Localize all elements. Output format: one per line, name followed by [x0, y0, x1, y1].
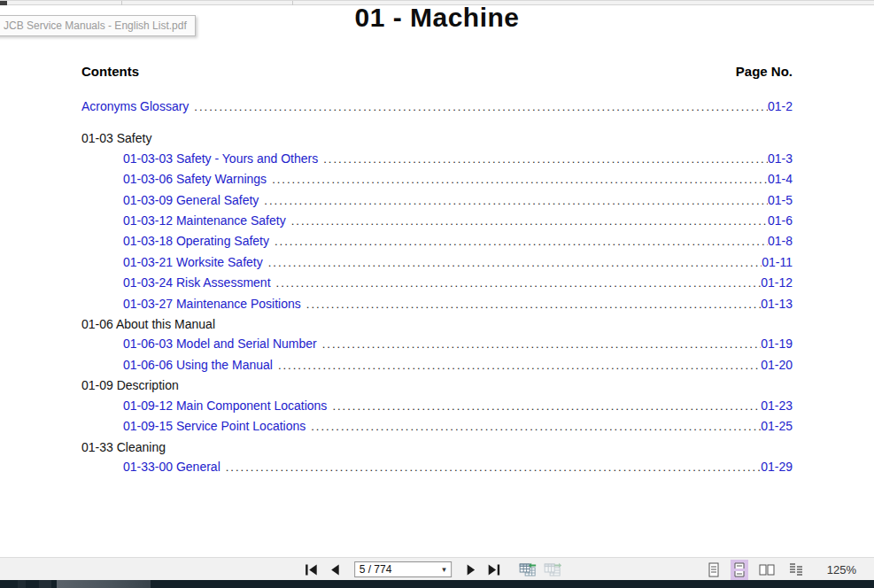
toc-page-number[interactable]: 01-19	[761, 334, 793, 353]
toc-page-number[interactable]: 01-20	[761, 355, 793, 375]
toc-page-number[interactable]: 01-4	[768, 169, 793, 189]
pdf-viewer-toolbar: 5 / 774 ▾	[0, 557, 874, 580]
zoom-level[interactable]: 125%	[827, 563, 856, 576]
next-view-icon[interactable]	[544, 561, 561, 578]
toc-section-heading: 01-33 Cleaning	[81, 437, 793, 457]
dot-leader: ........................................…	[317, 335, 762, 354]
page-no-heading: Page No.	[736, 64, 793, 80]
toc-section-heading: 01-09 Description	[81, 375, 793, 395]
dot-leader: ........................................…	[263, 253, 762, 273]
toc-entry-link[interactable]: 01-03-12 Maintenance Safety	[81, 211, 286, 230]
toc-entry-link[interactable]: 01-33-00 General	[81, 457, 220, 476]
taskbar-segment	[18, 580, 26, 588]
toc-entry-link[interactable]: 01-06-03 Model and Serial Number	[81, 334, 317, 353]
taskbar-segment	[39, 580, 51, 588]
toc-entry: Acronyms Glossary.......................…	[81, 97, 793, 117]
first-page-icon[interactable]	[303, 561, 321, 578]
toc-section-label: 01-06 About this Manual	[81, 314, 215, 334]
toc-page-number[interactable]: 01-3	[768, 149, 793, 168]
toc-entry-link[interactable]: 01-03-24 Risk Assessment	[81, 273, 271, 292]
toc-entry-link[interactable]: 01-03-09 General Safety	[81, 190, 259, 210]
toc-rows: Acronyms Glossary.......................…	[81, 97, 793, 477]
toc-page-number[interactable]: 01-11	[762, 252, 793, 272]
dot-leader: ........................................…	[259, 191, 768, 211]
toc-entry: 01-06-06 Using the Manual...............…	[81, 355, 793, 375]
toc-page-number[interactable]: 01-23	[761, 396, 793, 415]
toc-section-label: 01-09 Description	[81, 375, 179, 395]
toc-page-number[interactable]: 01-8	[768, 231, 793, 251]
facing-pages-layout-icon[interactable]	[756, 560, 777, 580]
page-navigation: 5 / 774 ▾	[303, 558, 561, 581]
single-page-layout-icon[interactable]	[705, 560, 723, 580]
toc-entry: 01-03-18 Operating Safety...............…	[81, 231, 793, 251]
dot-leader: ........................................…	[267, 170, 768, 190]
toc-entry-link[interactable]: 01-09-15 Service Point Locations	[81, 416, 306, 436]
toc-entry: 01-03-21 Worksite Safety................…	[81, 252, 793, 273]
toc-entry: 01-09-12 Main Component Locations.......…	[81, 396, 793, 416]
toc-entry: 01-03-06 Safety Warnings................…	[81, 169, 793, 190]
taskbar-sliver	[0, 580, 874, 588]
toc-entry: 01-09-15 Service Point Locations........…	[81, 416, 793, 437]
taskbar-segment	[57, 580, 151, 588]
last-page-icon[interactable]	[485, 561, 503, 578]
toc-entry: 01-33-00 General........................…	[81, 457, 793, 477]
dot-leader: ........................................…	[189, 97, 768, 117]
previous-view-icon[interactable]	[519, 561, 537, 578]
chevron-down-icon[interactable]: ▾	[442, 565, 446, 574]
next-page-icon[interactable]	[462, 561, 480, 578]
toc-page-number[interactable]: 01-6	[768, 211, 793, 230]
toc-entry-link[interactable]: Acronyms Glossary	[81, 97, 189, 116]
toc-entry-link[interactable]: 01-06-06 Using the Manual	[81, 355, 273, 375]
toc-entry-link[interactable]: 01-03-21 Worksite Safety	[81, 252, 263, 272]
toc-section-heading: 01-03 Safety	[81, 128, 793, 148]
toc-entry-link[interactable]: 01-03-06 Safety Warnings	[81, 169, 267, 189]
dot-leader: ........................................…	[318, 150, 768, 169]
toc-page-number[interactable]: 01-2	[768, 97, 793, 116]
dot-leader: ........................................…	[273, 356, 761, 375]
dot-leader: ........................................…	[269, 232, 768, 251]
dot-leader: ........................................…	[271, 274, 762, 293]
toc-entry-link[interactable]: 01-03-03 Safety - Yours and Others	[81, 149, 318, 168]
toc-page-number[interactable]: 01-25	[761, 416, 793, 436]
contents-heading: Contents	[81, 64, 139, 80]
page-layout-controls: 125%	[705, 558, 856, 581]
page-number-value[interactable]: 5 / 774	[360, 563, 442, 576]
toc-entry-link[interactable]: 01-03-18 Operating Safety	[81, 231, 269, 251]
toc-section-heading: 01-06 About this Manual	[81, 314, 793, 334]
toc-entry: 01-03-12 Maintenance Safety.............…	[81, 211, 793, 231]
toc-entry-link[interactable]: 01-09-12 Main Component Locations	[81, 396, 327, 415]
dot-leader: ........................................…	[286, 212, 768, 231]
toc-entry: 01-03-09 General Safety.................…	[81, 190, 793, 211]
continuous-facing-layout-icon[interactable]	[785, 560, 807, 580]
previous-page-icon[interactable]	[326, 561, 344, 578]
dot-leader: ........................................…	[301, 295, 761, 314]
dot-leader: ........................................…	[327, 397, 761, 416]
toc-entry: 01-03-03 Safety - Yours and Others......…	[81, 149, 793, 169]
toc-entry: 01-03-24 Risk Assessment................…	[81, 273, 793, 293]
toc-section-label: 01-33 Cleaning	[81, 437, 166, 457]
continuous-layout-icon[interactable]	[731, 560, 748, 580]
page-number-combobox[interactable]: 5 / 774 ▾	[354, 561, 452, 577]
toc-section-label: 01-03 Safety	[81, 128, 151, 148]
toc-entry: 01-03-27 Maintenance Positions..........…	[81, 294, 793, 314]
toc-page-number[interactable]: 01-12	[761, 273, 793, 292]
toc-entry-link[interactable]: 01-03-27 Maintenance Positions	[81, 294, 301, 313]
toc-page-number[interactable]: 01-5	[768, 190, 793, 210]
toc-page-number[interactable]: 01-29	[761, 457, 793, 476]
dot-leader: ........................................…	[220, 458, 761, 477]
dot-leader: ........................................…	[306, 417, 761, 437]
toc-entry: 01-06-03 Model and Serial Number........…	[81, 334, 793, 354]
table-of-contents: Contents Page No. Acronyms Glossary.....…	[81, 64, 793, 477]
toc-page-number[interactable]: 01-13	[761, 294, 793, 313]
page-title: 01 - Machine	[0, 3, 874, 33]
